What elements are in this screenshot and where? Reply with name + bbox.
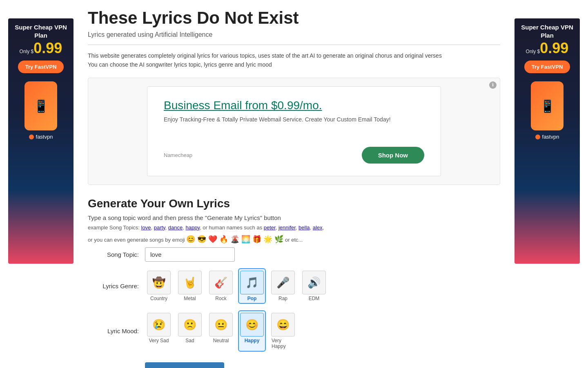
genre-rock[interactable]: 🎸 Rock bbox=[207, 268, 235, 304]
main-content: These Lyrics Do Not Exist Lyrics generat… bbox=[80, 0, 508, 368]
left-ad-brand-dot bbox=[29, 135, 34, 139]
genre-pop[interactable]: 🎵 Pop bbox=[238, 268, 266, 304]
mood-sad-label: Sad bbox=[185, 338, 194, 343]
ad-banner: ℹ Business Email from $0.99/mo. Enjoy Tr… bbox=[88, 78, 500, 185]
genre-metal[interactable]: 🤘 Metal bbox=[176, 268, 204, 304]
example-topic-party[interactable]: party bbox=[154, 224, 165, 231]
lyric-mood-row: Lyric Mood: 😢 Very Sad 🙁 Sad 😐 Neutral bbox=[88, 310, 500, 352]
ad-banner-brand: Namecheap bbox=[164, 152, 192, 158]
mood-very-happy[interactable]: 😄 Very Happy bbox=[269, 310, 297, 352]
genre-pop-icon: 🎵 bbox=[240, 271, 264, 294]
ad-banner-footer: Namecheap Shop Now bbox=[164, 147, 424, 164]
genre-selector: 🤠 Country 🤘 Metal 🎸 Rock 🎵 Pop bbox=[145, 268, 328, 304]
mood-neutral-icon: 😐 bbox=[209, 313, 233, 337]
right-ad-brand: fastvpn bbox=[535, 134, 559, 140]
site-subtitle: Lyrics generated using Artificial Intell… bbox=[88, 31, 500, 38]
left-ad-btn[interactable]: Try FastVPN bbox=[18, 61, 64, 73]
mood-very-sad-label: Very Sad bbox=[149, 338, 169, 343]
genre-country[interactable]: 🤠 Country bbox=[145, 268, 173, 304]
genre-rap-label: Rap bbox=[278, 296, 287, 301]
left-ad-content: Super Cheap VPN Plan Only $0.99 Try Fast… bbox=[8, 18, 74, 264]
genre-country-label: Country bbox=[150, 296, 167, 301]
left-ad-price-label: Only $0.99 bbox=[20, 41, 62, 56]
generate-instruction: Type a song topic word and then press th… bbox=[88, 214, 500, 221]
genre-rock-icon: 🎸 bbox=[209, 271, 233, 294]
genre-metal-icon: 🤘 bbox=[178, 271, 202, 294]
example-emoji-line: or you can even generate songs by emoji … bbox=[88, 234, 500, 245]
mood-happy[interactable]: 😊 Happy bbox=[238, 310, 266, 352]
right-ad-brand-dot bbox=[535, 135, 540, 139]
mood-sad-icon: 🙁 bbox=[178, 313, 202, 337]
ad-banner-inner: Business Email from $0.99/mo. Enjoy Trac… bbox=[147, 86, 441, 176]
emoji-examples: 😊 😎 ❤️ 🔥 🌋 🌅 🎁 🌟 🌿 bbox=[186, 235, 283, 243]
genre-edm-icon: 🔊 bbox=[302, 271, 326, 294]
mood-selector: 😢 Very Sad 🙁 Sad 😐 Neutral 😊 Happy bbox=[145, 310, 297, 352]
right-ad-price-label: Only $0.99 bbox=[526, 41, 569, 56]
mood-very-happy-label: Very Happy bbox=[272, 338, 294, 349]
mood-happy-icon: 😊 bbox=[240, 313, 264, 337]
right-ad-phone-image: 📱 bbox=[531, 81, 564, 130]
example-topics: example Song Topics: love, party, dance,… bbox=[88, 224, 500, 232]
right-ad-content: Super Cheap VPN Plan Only $0.99 Try Fast… bbox=[514, 18, 580, 264]
song-topic-label: Song Topic: bbox=[88, 251, 145, 258]
generate-section: Generate Your Own Lyrics Type a song top… bbox=[88, 195, 500, 368]
left-ad-phone-image: 📱 bbox=[24, 81, 57, 130]
site-description: This website generates completely origin… bbox=[88, 51, 500, 70]
ad-banner-description: Enjoy Tracking-Free & Totally Private We… bbox=[164, 116, 424, 123]
mood-very-happy-icon: 😄 bbox=[271, 313, 295, 337]
genre-rap-icon: 🎤 bbox=[271, 271, 295, 294]
generate-title: Generate Your Own Lyrics bbox=[88, 197, 500, 210]
genre-metal-label: Metal bbox=[184, 296, 196, 301]
right-ad-panel: Super Cheap VPN Plan Only $0.99 Try Fast… bbox=[508, 0, 588, 368]
genre-country-icon: 🤠 bbox=[147, 271, 171, 294]
ad-banner-title[interactable]: Business Email from $0.99/mo. bbox=[164, 99, 424, 112]
example-name-jennifer[interactable]: jennifer bbox=[278, 224, 296, 231]
genre-rock-label: Rock bbox=[215, 296, 226, 301]
mood-very-sad[interactable]: 😢 Very Sad bbox=[145, 310, 173, 352]
ad-banner-shop-btn[interactable]: Shop Now bbox=[362, 147, 424, 164]
mood-happy-label: Happy bbox=[245, 338, 260, 343]
genre-edm-label: EDM bbox=[309, 296, 320, 301]
genre-edm[interactable]: 🔊 EDM bbox=[300, 268, 328, 304]
song-topic-row: Song Topic: bbox=[88, 247, 500, 262]
mood-very-sad-icon: 😢 bbox=[147, 313, 171, 337]
genre-pop-label: Pop bbox=[247, 296, 257, 301]
ad-info-icon[interactable]: ℹ bbox=[489, 81, 497, 89]
mood-neutral-label: Neutral bbox=[213, 338, 229, 343]
right-ad-title: Super Cheap VPN Plan bbox=[519, 23, 575, 39]
mood-neutral[interactable]: 😐 Neutral bbox=[207, 310, 235, 352]
lyrics-genre-row: Lyrics Genre: 🤠 Country 🤘 Metal 🎸 Rock bbox=[88, 268, 500, 304]
example-topic-dance[interactable]: dance bbox=[168, 224, 183, 231]
example-name-peter[interactable]: peter bbox=[264, 224, 276, 231]
lyrics-genre-label: Lyrics Genre: bbox=[88, 283, 145, 289]
lyric-mood-label: Lyric Mood: bbox=[88, 328, 145, 334]
example-name-alex[interactable]: alex bbox=[313, 224, 323, 231]
left-ad-panel: Super Cheap VPN Plan Only $0.99 Try Fast… bbox=[0, 0, 80, 368]
right-ad-btn[interactable]: Try FastVPN bbox=[524, 61, 570, 73]
song-topic-input[interactable] bbox=[145, 247, 235, 262]
title-divider bbox=[88, 45, 500, 45]
left-ad-title: Super Cheap VPN Plan bbox=[13, 23, 69, 39]
left-ad-brand: fastvpn bbox=[29, 134, 53, 140]
example-name-bella[interactable]: bella bbox=[298, 224, 310, 231]
example-topic-happy[interactable]: happy bbox=[186, 224, 200, 231]
example-topic-love[interactable]: love bbox=[141, 224, 151, 231]
site-title: These Lyrics Do Not Exist bbox=[88, 8, 500, 28]
generate-my-lyrics-button[interactable]: Generate My Lyrics bbox=[145, 362, 224, 368]
mood-sad[interactable]: 🙁 Sad bbox=[176, 310, 204, 352]
genre-rap[interactable]: 🎤 Rap bbox=[269, 268, 297, 304]
